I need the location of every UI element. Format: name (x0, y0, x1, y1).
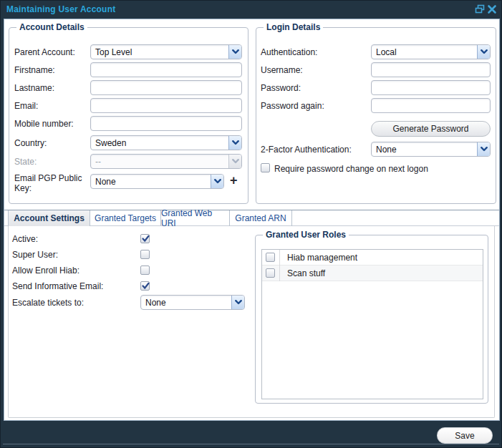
password-label: Password: (261, 83, 301, 93)
maintaining-user-account-window: Maintaining User Account Account Details… (0, 0, 502, 448)
role-checkbox-scan-stuff[interactable] (266, 268, 275, 278)
firstname-field[interactable] (90, 62, 242, 77)
email-pgp-public-key-label: Email PGP Public Key: (14, 173, 86, 193)
close-icon[interactable] (487, 4, 497, 14)
window-body: Account Details Parent Account: Top Leve… (4, 19, 500, 421)
firstname-label: Firstname: (14, 65, 55, 75)
require-password-change-label: Require password change on next logon (274, 164, 428, 174)
chevron-down-icon[interactable] (228, 136, 241, 150)
escalate-tickets-select[interactable]: None (140, 295, 245, 310)
granted-user-roles-fieldset: Granted User Roles Hiab management (255, 235, 488, 404)
granted-user-roles-list: Hiab management Scan stuff (261, 249, 483, 399)
escalate-tickets-label: Escalate tickets to: (12, 298, 84, 308)
chevron-down-icon (228, 155, 241, 168)
chevron-down-icon[interactable] (477, 142, 490, 156)
allow-enroll-hiab-label: Allow Enroll Hiab: (12, 266, 79, 276)
tab-bar: Account Settings Granted Targets Granted… (4, 210, 499, 226)
authentication-select[interactable]: Local (371, 44, 491, 59)
send-informative-email-checkbox[interactable] (140, 281, 150, 291)
password-again-label: Password again: (261, 101, 324, 111)
allow-enroll-hiab-checkbox[interactable] (140, 266, 150, 275)
parent-account-label: Parent Account: (14, 47, 75, 57)
state-select: -- (90, 154, 242, 169)
add-pgp-key-icon[interactable]: + (230, 175, 238, 186)
window-title: Maintaining User Account (6, 4, 115, 14)
username-label: Username: (261, 65, 303, 75)
parent-account-select[interactable]: Top Level (90, 44, 242, 59)
email-pgp-public-key-select[interactable]: None (90, 174, 224, 189)
lastname-label: Lastname: (14, 83, 54, 93)
tab-granted-targets[interactable]: Granted Targets (90, 210, 161, 226)
granted-user-roles-legend: Granted User Roles (263, 230, 349, 240)
restore-icon[interactable] (475, 4, 485, 14)
chevron-down-icon[interactable] (231, 296, 244, 309)
lastname-field[interactable] (90, 80, 242, 95)
mobile-number-field[interactable] (90, 116, 242, 131)
password-field[interactable] (371, 80, 491, 95)
super-user-label: Super User: (12, 250, 58, 260)
super-user-checkbox[interactable] (140, 250, 150, 259)
chevron-down-icon[interactable] (228, 45, 241, 59)
active-checkbox[interactable] (140, 234, 150, 243)
email-field[interactable] (90, 98, 242, 113)
password-again-field[interactable] (371, 98, 491, 113)
role-row-scan-stuff[interactable]: Scan stuff (262, 266, 483, 281)
country-label: Country: (14, 138, 47, 148)
account-details-fieldset: Account Details Parent Account: Top Leve… (9, 27, 248, 204)
login-details-legend: Login Details (264, 22, 323, 32)
state-label: State: (14, 157, 37, 167)
role-label: Hiab management (280, 253, 357, 263)
tab-granted-web-uri[interactable]: Granted Web URI (161, 210, 230, 226)
tab-account-settings[interactable]: Account Settings (8, 210, 90, 227)
chevron-down-icon[interactable] (477, 45, 490, 59)
two-factor-authentication-select[interactable]: None (371, 142, 491, 157)
active-label: Active: (12, 234, 38, 244)
role-label: Scan stuff (280, 268, 325, 278)
window-bottom-edge (3, 444, 499, 444)
username-field[interactable] (371, 62, 491, 77)
generate-password-button[interactable]: Generate Password (371, 121, 491, 137)
chevron-down-icon[interactable] (211, 175, 223, 188)
account-details-legend: Account Details (16, 22, 87, 32)
email-label: Email: (14, 101, 38, 111)
titlebar: Maintaining User Account (1, 1, 501, 19)
login-details-fieldset: Login Details Authentication: Local User… (256, 27, 496, 204)
authentication-label: Authentication: (261, 47, 317, 57)
tab-granted-arn[interactable]: Granted ARN (230, 210, 292, 226)
role-row-hiab-management[interactable]: Hiab management (262, 250, 483, 266)
role-checkbox-hiab-management[interactable] (266, 253, 275, 262)
save-button[interactable]: Save (437, 427, 493, 444)
mobile-number-label: Mobile number: (14, 119, 74, 129)
require-password-change-checkbox[interactable] (261, 163, 270, 172)
country-select[interactable]: Sweden (90, 135, 242, 150)
two-factor-authentication-label: 2-Factor Authentication: (261, 145, 352, 155)
send-informative-email-label: Send Informative Email: (12, 281, 103, 291)
